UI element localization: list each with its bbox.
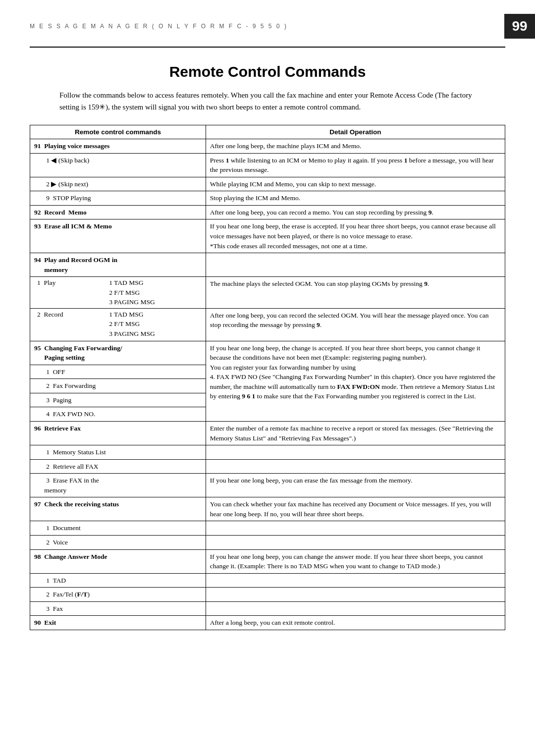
cmd-label: Change Answer Mode	[44, 553, 107, 560]
col2-header: Detail Operation	[206, 125, 505, 139]
sub-item: 2 Voice	[34, 539, 68, 546]
nested-table: 2 Record 1 TAD MSG2 F/T MSG3 PAGING MSG	[30, 309, 206, 341]
table-row: 94 Play and Record OGM in memory	[30, 253, 505, 277]
table-row: 2 Fax/Tel (F/T)	[30, 588, 505, 602]
sub-item: 4 FAX FWD NO.	[34, 410, 95, 418]
table-row: 97 Check the receiving status You can ch…	[30, 497, 505, 521]
table-row: 1 Play 1 TAD MSG2 F/T MSG3 PAGING MSG Th…	[30, 277, 505, 309]
cmd-number: 93	[34, 222, 41, 230]
table-row: 9 STOP Playing Stop playing the ICM and …	[30, 191, 505, 206]
cmd-label: Erase all ICM & Memo	[44, 222, 111, 230]
table-row: 1 ◀ (Skip back) Press 1 while listening …	[30, 153, 505, 177]
cmd-label: Playing voice messages	[44, 142, 109, 150]
cmd-label: Changing Fax Forwarding/ Paging setting	[34, 344, 122, 362]
table-row: 1 Memory Status List	[30, 445, 505, 460]
table-row: 2 Retrieve all FAX	[30, 459, 505, 474]
cmd-number: 92	[34, 209, 41, 216]
table-row: 92 Record Memo After one long beep, you …	[30, 205, 505, 219]
sub-item: 3 Paging	[34, 396, 71, 404]
header-line	[30, 47, 505, 48]
table-row: 2 Record 1 TAD MSG2 F/T MSG3 PAGING MSG …	[30, 308, 505, 341]
sub-item: 1 Memory Status List	[34, 448, 106, 456]
cmd-label: Play and Record OGM in memory	[34, 256, 117, 273]
sub-item: 2 Fax Forwarding	[34, 382, 96, 389]
cmd-number: 90	[34, 619, 41, 626]
table-row: 90 Exit After a long beep, you can exit …	[30, 616, 505, 630]
page-title: Remote Control Commands	[30, 63, 505, 80]
cmd-label: Exit	[44, 619, 56, 626]
cmd-number: 97	[34, 500, 41, 508]
table-row: 2 ▶ (Skip next) While playing ICM and Me…	[30, 177, 505, 191]
sub-item: 1 Document	[34, 524, 81, 532]
table-row: 91 Playing voice messages After one long…	[30, 139, 505, 154]
cmd-label: Retrieve Fax	[44, 425, 81, 432]
cmd-number: 98	[34, 553, 41, 560]
cmd-number: 91	[34, 142, 41, 150]
cmd-number: 95	[34, 344, 41, 352]
table-row: 93 Erase all ICM & Memo If you hear one …	[30, 219, 505, 253]
table-row: 96 Retrieve Fax Enter the number of a re…	[30, 421, 505, 445]
table-row: 3 Fax	[30, 601, 505, 616]
detail-text: After one long beep, the machine plays I…	[206, 139, 505, 154]
sub-item: 1 OFF	[34, 368, 65, 376]
col1-header: Remote control commands	[30, 125, 206, 139]
table-row: 95 Changing Fax Forwarding/ Paging setti…	[30, 341, 505, 365]
sub-item: 9 STOP Playing	[34, 194, 91, 202]
cmd-number: 94	[34, 256, 41, 264]
sub-item: 3 Erase FAX in the memory	[34, 477, 99, 494]
nested-table: 1 Play 1 TAD MSG2 F/T MSG3 PAGING MSG	[30, 277, 206, 308]
table-row: 98 Change Answer Mode If you hear one lo…	[30, 549, 505, 573]
cmd-label: Record Memo	[44, 209, 86, 216]
intro-paragraph: Follow the commands below to access feat…	[59, 89, 476, 113]
header-title: M E S S A G E M A N A G E R ( O N L Y F …	[30, 23, 288, 30]
sub-item: 2 Fax/Tel (F/T)	[34, 591, 90, 598]
table-row: 2 Voice	[30, 536, 505, 550]
table-row: 1 TAD	[30, 573, 505, 588]
table-row: 1 Document	[30, 521, 505, 536]
sub-item: 1 TAD	[34, 577, 66, 584]
table-row: 3 Erase FAX in the memory If you hear on…	[30, 474, 505, 497]
sub-item: 3 Fax	[34, 605, 63, 612]
sub-item: 2 ▶ (Skip next)	[34, 180, 88, 188]
page-number-box: 99	[504, 14, 535, 39]
cmd-number: 96	[34, 425, 41, 432]
sub-item: 2 Retrieve all FAX	[34, 463, 99, 470]
commands-table: Remote control commands Detail Operation…	[30, 125, 505, 630]
cmd-label: Check the receiving status	[44, 500, 119, 508]
sub-item: 1 ◀ (Skip back)	[34, 157, 89, 164]
